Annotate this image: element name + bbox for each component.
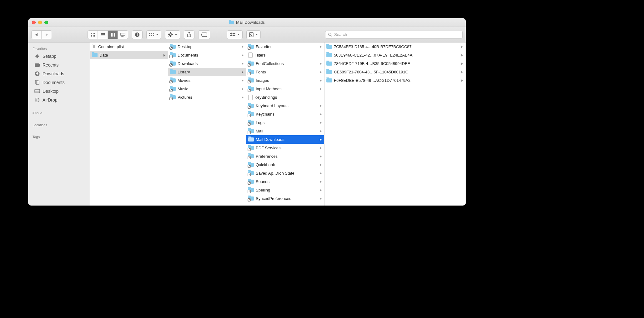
list-item[interactable]: Mail Downloads [246, 135, 324, 144]
close-window-button[interactable] [32, 21, 36, 24]
tags-button[interactable] [198, 30, 210, 39]
list-item[interactable]: Images [246, 76, 324, 85]
list-item[interactable]: Fonts [246, 68, 324, 76]
folder-icon [248, 121, 254, 125]
window-title: Mail Downloads [28, 20, 466, 25]
sidebar-item-downloads[interactable]: Downloads [28, 69, 90, 78]
chevron-down-icon [237, 34, 240, 35]
dropbox-button[interactable] [227, 30, 243, 39]
folder-icon [170, 62, 176, 66]
search-input[interactable] [334, 32, 460, 37]
item-label: KeyBindings [254, 95, 322, 100]
item-label: Spelling [256, 188, 318, 192]
list-item[interactable]: Desktop [168, 42, 246, 51]
action-button[interactable] [165, 30, 180, 39]
minimize-window-button[interactable] [38, 21, 42, 24]
list-item[interactable]: F6F8EDBE-B578-46…AC-21D7761479A2 [325, 76, 465, 85]
list-item[interactable]: Filters [246, 51, 324, 59]
list-item[interactable]: Spelling [246, 186, 324, 194]
list-item[interactable]: Mail [246, 127, 324, 135]
list-item[interactable]: Saved Ap…tion State [246, 169, 324, 177]
column-2: FavoritesFiltersFontCollectionsFontsImag… [246, 42, 325, 206]
item-label: Input Methods [256, 87, 318, 91]
window-title-text: Mail Downloads [236, 20, 265, 25]
item-label: FontCollections [256, 61, 318, 66]
list-item[interactable]: Preferences [246, 152, 324, 161]
list-item[interactable]: PDF Services [246, 144, 324, 152]
chevron-right-icon [242, 46, 244, 48]
zoom-window-button[interactable] [44, 21, 48, 24]
list-item[interactable]: Keychains [246, 110, 324, 118]
list-item[interactable]: QuickLook [246, 161, 324, 169]
sidebar-item-recents[interactable]: Recents [28, 61, 90, 69]
chevron-right-icon [242, 71, 244, 73]
forward-button[interactable] [42, 31, 52, 39]
list-item[interactable]: Documents [168, 51, 246, 59]
list-item[interactable]: Logs [246, 118, 324, 127]
svg-rect-38 [249, 32, 253, 37]
tag-icon [201, 32, 207, 37]
back-button[interactable] [32, 31, 42, 39]
chevron-right-icon [320, 138, 322, 141]
list-view-button[interactable] [98, 31, 108, 39]
folder-icon [326, 70, 332, 74]
folder-icon [229, 21, 234, 24]
folder-icon [170, 95, 176, 99]
icon-view-button[interactable] [88, 31, 98, 39]
list-item[interactable]: KeyBindings [246, 93, 324, 102]
list-item[interactable]: Downloads [168, 59, 246, 68]
folder-icon [170, 45, 176, 49]
item-label: 7C584FF3-D185-4…40B-B7DE7BC9CC87 [334, 44, 459, 49]
list-item[interactable]: 7864CED2-719B-4…B35-9C0548994DEF [325, 59, 465, 68]
list-item[interactable]: SyncedPreferences [246, 194, 324, 203]
sidebar-item-setapp[interactable]: Setapp [28, 52, 90, 61]
share-button[interactable] [184, 30, 194, 39]
list-item[interactable]: 7C584FF3-D185-4…40B-B7DE7BC9CC87 [325, 42, 465, 51]
list-item[interactable]: FontCollections [246, 59, 324, 68]
sidebar-item-desktop[interactable]: Desktop [28, 87, 90, 96]
chevron-right-icon [461, 71, 463, 73]
list-item[interactable]: Input Methods [246, 85, 324, 93]
item-label: 7864CED2-719B-4…B35-9C0548994DEF [334, 61, 459, 66]
list-item[interactable]: Keyboard Layouts [246, 102, 324, 110]
list-item[interactable]: Sounds [246, 177, 324, 186]
group-button[interactable] [146, 30, 161, 39]
list-item[interactable]: Pictures [168, 93, 246, 102]
svg-rect-13 [123, 36, 124, 37]
sidebar-section-icloud: iCloud [28, 109, 90, 116]
column-view-button[interactable] [108, 31, 118, 39]
item-label: Data [99, 53, 162, 57]
list-item[interactable]: Data [90, 51, 168, 59]
search-field[interactable] [325, 31, 463, 39]
folder-icon [170, 53, 176, 57]
folder-icon [248, 87, 254, 91]
list-item[interactable]: Music [168, 85, 246, 93]
dropbox-icon [230, 32, 235, 37]
svg-rect-5 [101, 34, 105, 35]
item-label: PDF Services [256, 146, 318, 150]
item-label: Fonts [256, 70, 318, 74]
list-item[interactable]: Container.plist [90, 42, 168, 51]
folder-icon [248, 45, 254, 49]
list-item[interactable]: Movies [168, 76, 246, 85]
sidebar-item-airdrop[interactable]: AirDrop [28, 96, 90, 104]
chevron-right-icon [242, 62, 244, 65]
chevron-down-icon [175, 34, 177, 35]
svg-rect-6 [101, 36, 105, 36]
chevron-right-icon [320, 164, 322, 166]
sidebar-section-tags: Tags [28, 132, 90, 140]
window-controls [28, 21, 48, 24]
folder-icon [326, 53, 332, 57]
removable-button[interactable] [246, 30, 261, 39]
info-button[interactable] [132, 30, 143, 39]
list-item[interactable]: Favorites [246, 42, 324, 51]
svg-line-31 [172, 33, 172, 33]
list-item[interactable]: CE589F21-7604-43…5F-11045D80191C [325, 68, 465, 76]
sidebar-item-documents[interactable]: Documents [28, 78, 90, 87]
downloads-icon [34, 71, 40, 77]
gallery-view-button[interactable] [118, 31, 128, 39]
list-item[interactable]: 503E9468-CE21-42…07A-E9FE24E2AB4A [325, 51, 465, 59]
list-item[interactable]: Library [168, 68, 246, 76]
folder-icon [326, 78, 332, 82]
sidebar-item-label: Downloads [43, 71, 64, 76]
